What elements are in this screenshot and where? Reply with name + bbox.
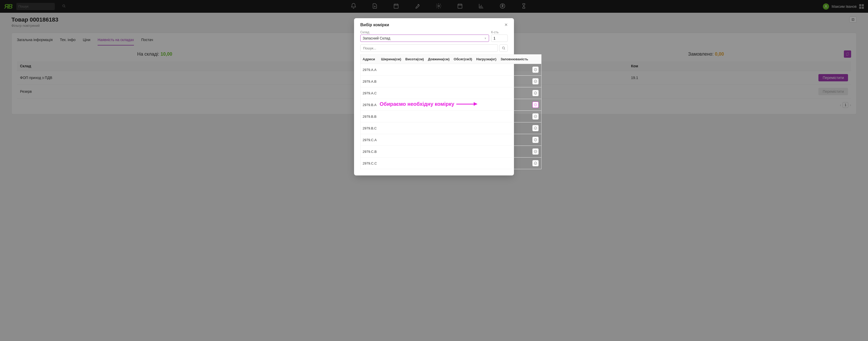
col-fill: Заповнюваність — [498, 55, 530, 64]
modal-search-input[interactable] — [360, 45, 498, 52]
select-cell-button[interactable] — [532, 66, 538, 73]
warehouse-select[interactable]: Запасний Склад ▼ — [360, 34, 489, 42]
svg-point-29 — [534, 115, 537, 118]
svg-point-27 — [534, 92, 537, 94]
qty-input[interactable] — [491, 34, 508, 42]
col-load: Нагрузка(кг) — [474, 55, 499, 64]
col-address: Адреси — [361, 55, 379, 64]
svg-point-28 — [534, 104, 537, 106]
modal-overlay: Вибір комірки ✕ Склад Запасний Склад ▼ К… — [0, 0, 868, 118]
table-row: 2979.A.A — [361, 64, 541, 76]
qty-label: К-сть — [491, 30, 508, 34]
cell-address: 2979.A.A — [361, 64, 379, 76]
select-cell-button[interactable] — [532, 102, 538, 108]
modal-search-button[interactable] — [499, 45, 508, 52]
table-row: 2979.B.A Обираємо необхідну комірку — [361, 99, 541, 111]
select-cell-button[interactable] — [532, 78, 538, 84]
table-row: 2979.A.B — [361, 76, 541, 87]
svg-point-23 — [502, 47, 504, 49]
svg-point-25 — [534, 68, 537, 71]
svg-point-26 — [534, 80, 537, 83]
close-icon[interactable]: ✕ — [504, 22, 508, 27]
cell-address: 2979.B.A — [361, 99, 379, 111]
col-volume: Обсяг(см3) — [452, 55, 474, 64]
chevron-down-icon: ▼ — [484, 37, 487, 40]
col-length: Довжина(см) — [426, 55, 452, 64]
svg-line-24 — [504, 49, 505, 50]
table-row: 2979.B.B — [361, 111, 541, 119]
cell-address: 2979.A.B — [361, 76, 379, 87]
col-width: Ширина(см) — [379, 55, 403, 64]
cell-address: 2979.B.B — [361, 111, 379, 119]
warehouse-value: Запасний Склад — [363, 36, 390, 40]
warehouse-label: Склад — [360, 30, 489, 34]
cells-table: Адреси Ширина(см) Висота(см) Довжина(см)… — [360, 54, 541, 118]
select-cell-button[interactable] — [532, 113, 538, 118]
table-row: 2979.A.C — [361, 87, 541, 99]
col-height: Висота(см) — [403, 55, 426, 64]
select-cell-button[interactable] — [532, 90, 538, 96]
modal-title: Вибір комірки — [360, 23, 389, 27]
cell-address: 2979.A.C — [361, 87, 379, 99]
cell-select-modal: Вибір комірки ✕ Склад Запасний Склад ▼ К… — [354, 18, 514, 118]
